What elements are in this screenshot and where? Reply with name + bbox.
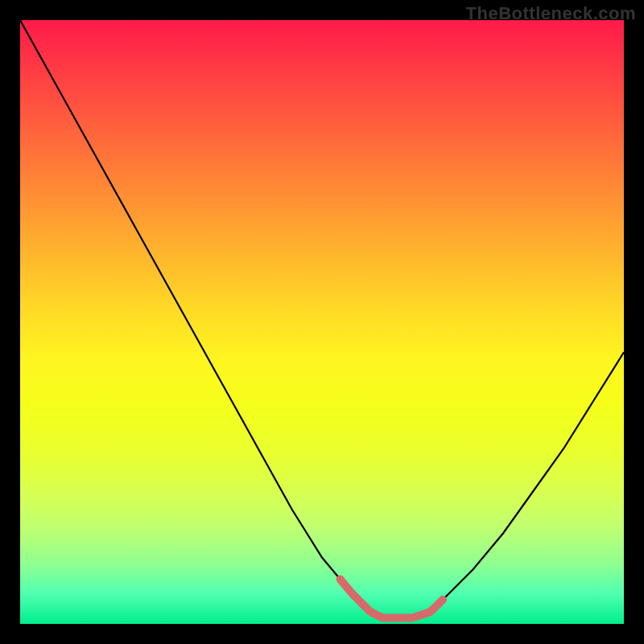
watermark-text: TheBottleneck.com <box>466 3 636 24</box>
plot-area <box>20 20 624 624</box>
curve-path <box>20 20 624 618</box>
bottleneck-curve <box>20 20 624 624</box>
highlight-band <box>341 580 444 618</box>
